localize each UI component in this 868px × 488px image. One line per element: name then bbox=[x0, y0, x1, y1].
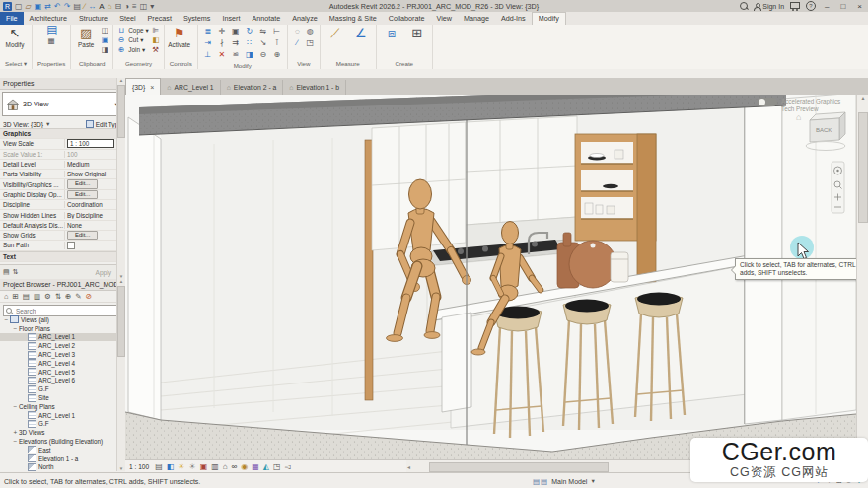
ribbon-tab-file[interactable]: File bbox=[0, 12, 24, 25]
view-tab[interactable]: ⌂Elevation 2 - a bbox=[221, 80, 284, 95]
tree-item[interactable]: ARC_Level 5 bbox=[0, 368, 117, 377]
lock-3d-view-icon[interactable]: ⌂ bbox=[223, 461, 228, 473]
property-row[interactable]: Default Analysis Dis...None bbox=[0, 221, 117, 231]
join-geometry-icon[interactable]: ⊕ bbox=[270, 49, 284, 61]
tree-item[interactable]: Site bbox=[0, 393, 117, 402]
property-value[interactable]: Edit... bbox=[64, 179, 117, 189]
drawing-area[interactable]: ⌂ BACK Accelerated Graphics bbox=[125, 95, 856, 459]
close-tab-icon[interactable]: × bbox=[150, 84, 154, 91]
toggle-panel-icon[interactable]: ⇅ bbox=[13, 268, 19, 276]
modify-button[interactable]: ↖ Modify bbox=[3, 26, 27, 48]
activate-button[interactable]: ⚑ Activate bbox=[168, 26, 191, 48]
split-icon[interactable]: ∤ bbox=[215, 37, 229, 49]
copy-icon[interactable]: ▣ bbox=[229, 26, 243, 37]
join-button[interactable]: ⊕Join ▾ bbox=[116, 45, 149, 54]
settings-icon[interactable]: ⚙ bbox=[44, 292, 51, 301]
navigation-bar[interactable] bbox=[832, 162, 844, 213]
rotate-icon[interactable]: ↻ bbox=[243, 26, 256, 37]
tree-item[interactable]: G.F bbox=[0, 384, 117, 393]
tree-item[interactable]: −Views (all) bbox=[0, 315, 117, 324]
temporary-hide-isolate-icon[interactable]: ∞ bbox=[232, 461, 238, 473]
override-icon[interactable]: ◍ bbox=[304, 26, 317, 37]
view-tab[interactable]: ⌂Elevation 1 - b bbox=[283, 80, 346, 95]
ribbon-tab-systems[interactable]: Systems bbox=[178, 12, 217, 25]
property-value[interactable]: By Discipline bbox=[64, 212, 117, 219]
value-input[interactable]: 1 : 100 bbox=[67, 139, 114, 148]
link-icon[interactable]: ⊕ bbox=[65, 292, 71, 301]
cut-icon[interactable]: ◫ bbox=[100, 26, 109, 35]
property-value[interactable] bbox=[64, 242, 117, 249]
visual-style-icon[interactable]: ◧ bbox=[167, 461, 175, 473]
tree-item[interactable]: ARC_Level 1 bbox=[0, 333, 117, 342]
offset-icon[interactable]: ⇉ bbox=[229, 37, 243, 49]
properties-palette-icon[interactable]: ▤ bbox=[46, 26, 56, 35]
ribbon-tab-steel[interactable]: Steel bbox=[113, 12, 141, 25]
tree-item[interactable]: ARC_Level 6 bbox=[0, 377, 117, 385]
scale-icon[interactable]: ↘ bbox=[256, 37, 270, 49]
tree-item[interactable]: +3D Views bbox=[0, 428, 117, 437]
cut-geometry-button[interactable]: ⊖Cut ▾ bbox=[116, 35, 149, 44]
tree-item[interactable]: Elevation 1 - a bbox=[0, 454, 117, 463]
create-similar-button[interactable]: ⊞ bbox=[405, 26, 429, 40]
properties-scrollbar[interactable]: ▲▼ bbox=[116, 78, 125, 279]
unload-icon[interactable]: ⊘ bbox=[86, 292, 92, 301]
aligned-dimension-icon[interactable]: ↔ bbox=[88, 1, 96, 12]
properties-section-header[interactable]: Graphics bbox=[0, 128, 117, 139]
ribbon-tab-add-ins[interactable]: Add-Ins bbox=[495, 12, 532, 25]
family-types-icon[interactable]: ▦ bbox=[46, 36, 56, 45]
tree-item[interactable]: ARC_Level 1 bbox=[0, 411, 117, 420]
move-icon[interactable]: ✛ bbox=[215, 26, 229, 37]
quick-access-toolbar[interactable]: R▢▱▣⇄↶↷▤∕↔A⌂⊟◑≡◫▾ bbox=[0, 1, 154, 12]
property-value[interactable]: Medium bbox=[64, 161, 117, 168]
tree-item[interactable]: ARC_Level 3 bbox=[0, 350, 117, 359]
property-row[interactable]: Visibility/Graphics ...Edit... bbox=[0, 179, 117, 189]
temporary-view-properties-icon[interactable]: ▦ bbox=[252, 461, 259, 473]
property-row[interactable]: Sun Path bbox=[0, 241, 117, 250]
displace-icon[interactable]: ◳ bbox=[304, 37, 317, 49]
properties-header[interactable]: Properties × bbox=[0, 78, 125, 90]
project-browser-header[interactable]: Project Browser - PRJ001_ARC_MOD_R26 × bbox=[0, 279, 125, 291]
close-button[interactable]: × bbox=[854, 2, 865, 11]
revit-app-icon[interactable]: R bbox=[3, 2, 12, 11]
delete-icon[interactable]: ✕ bbox=[215, 49, 229, 61]
reveal-constraints-icon[interactable]: ◅ bbox=[285, 461, 291, 473]
expand-icon[interactable]: ⊞ bbox=[13, 292, 19, 301]
edit-button[interactable]: Edit... bbox=[67, 231, 98, 241]
array-icon[interactable]: ∷ bbox=[243, 37, 256, 49]
unpin-icon[interactable]: ⊥ bbox=[201, 49, 215, 61]
tree-item[interactable]: North bbox=[0, 463, 117, 471]
properties-section-header[interactable]: Text bbox=[0, 251, 117, 262]
trim-icon[interactable]: ⊢ bbox=[270, 26, 284, 37]
switch-windows-icon[interactable]: ◫ bbox=[140, 1, 148, 12]
save-icon[interactable]: ▣ bbox=[35, 1, 42, 12]
align-icon[interactable]: ≣ bbox=[201, 26, 215, 37]
paste-button[interactable]: ▨ Paste bbox=[74, 26, 98, 48]
home-icon[interactable]: ⌂ bbox=[796, 112, 801, 122]
crop-view-icon[interactable]: ▣ bbox=[200, 461, 208, 473]
ribbon-tab-view[interactable]: View bbox=[431, 12, 458, 25]
accelerated-graphics-toggle[interactable]: Accelerated Graphics Tech Preview bbox=[758, 98, 840, 112]
default-3d-view-icon[interactable]: ⌂ bbox=[108, 1, 112, 12]
search-icon[interactable] bbox=[740, 2, 748, 10]
tree-item[interactable]: −Floor Plans bbox=[0, 324, 117, 333]
property-row[interactable]: View Scale1 : 100 bbox=[0, 139, 117, 149]
ribbon-tab-structure[interactable]: Structure bbox=[73, 12, 113, 25]
home-icon[interactable]: ⌂ bbox=[4, 292, 9, 301]
dimension-button[interactable]: ∠ bbox=[349, 26, 373, 40]
extend-icon[interactable]: ⇥ bbox=[201, 37, 215, 49]
highlight-displacement-sets-icon[interactable]: ◳ bbox=[273, 461, 281, 473]
ribbon-tab-collaborate[interactable]: Collaborate bbox=[383, 12, 431, 25]
property-value[interactable]: 1 : 100 bbox=[64, 139, 117, 148]
views-icon[interactable]: ▥ bbox=[34, 292, 40, 301]
ribbon-tab-annotate[interactable]: Annotate bbox=[246, 12, 286, 25]
tree-item[interactable]: G.F bbox=[0, 420, 117, 429]
ribbon-tab-insert[interactable]: Insert bbox=[216, 12, 246, 25]
tree-item[interactable]: −Elevations (Building Elevation) bbox=[0, 437, 117, 446]
ribbon-tab-massing-site[interactable]: Massing & Site bbox=[324, 12, 383, 25]
sun-path-icon[interactable]: ☀ bbox=[178, 461, 184, 473]
sort-icon[interactable]: ⇅ bbox=[55, 292, 61, 301]
tree-item[interactable]: ARC_Level 4 bbox=[0, 359, 117, 368]
sync-icon[interactable]: ⇄ bbox=[44, 1, 51, 12]
scale-button[interactable]: 1 : 100 bbox=[129, 463, 151, 470]
expander-icon[interactable]: + bbox=[12, 429, 19, 436]
